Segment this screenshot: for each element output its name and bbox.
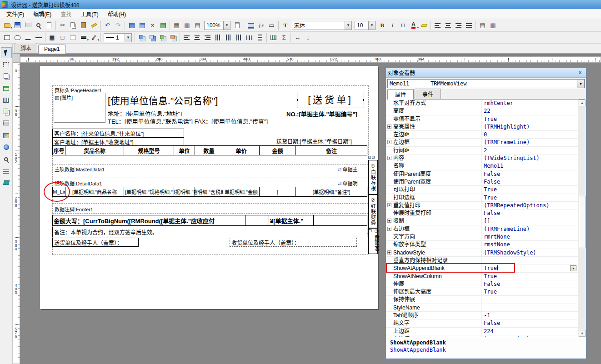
line-tool[interactable] xyxy=(1,165,12,176)
可以打印[interactable]: 可以打印 True ▼ xyxy=(386,186,586,194)
detail-link-label[interactable]: ⇄单据明 xyxy=(338,180,368,187)
expand-icon[interactable] xyxy=(387,125,391,129)
table-header-cell[interactable]: 规格型号 xyxy=(124,146,174,155)
copy-label[interactable]: ③黄联客户 xyxy=(368,228,378,254)
vertical-ruler[interactable]: 096192288384480576672 xyxy=(13,63,20,364)
line-width-select[interactable]: 1 ▼ xyxy=(104,33,132,42)
print-preview-button[interactable] xyxy=(33,20,44,30)
table-header-cell[interactable]: 金额 xyxy=(260,146,296,155)
font-color-button[interactable]: A xyxy=(408,20,419,30)
receiver-sign-memo[interactable]: 收货单位及经手人（盖章）： xyxy=(230,238,357,247)
align-bottoms-button[interactable] xyxy=(234,32,244,43)
ShowAtNewColumn[interactable]: ShowAtNewColumn True ▼ xyxy=(386,273,586,280)
align-tops-button[interactable] xyxy=(213,32,223,43)
detail-cell[interactable]: 量明细."含税单 xyxy=(195,187,223,196)
band-tool[interactable] xyxy=(1,71,12,82)
tab-page1[interactable]: Page1 xyxy=(38,45,66,54)
高度[interactable]: 高度 22 ▼ xyxy=(386,107,586,115)
band-label-masterdata[interactable]: 主项数据:MasterData1 xyxy=(54,165,105,173)
insert-field-button[interactable]: ▭ xyxy=(266,20,277,30)
chart-tool[interactable] xyxy=(1,95,12,105)
paint-tool[interactable] xyxy=(1,177,12,188)
零值不显示[interactable]: 零值不显示 True ▼ xyxy=(386,115,586,123)
menu-item[interactable]: 查找 xyxy=(56,9,76,19)
tab-script[interactable]: 脚本 xyxy=(15,43,37,53)
缩放字体类型[interactable]: 缩放字体类型 rmstNone ▼ xyxy=(386,241,586,249)
toolbar-button[interactable] xyxy=(429,20,432,30)
doc-title-memo[interactable]: [送货单] xyxy=(297,92,364,108)
format-brush-button[interactable] xyxy=(89,20,99,30)
image-tool[interactable] xyxy=(1,130,12,141)
menu-item[interactable]: 编辑(E) xyxy=(29,9,56,19)
italic-button[interactable]: I xyxy=(387,20,398,30)
文字方向[interactable]: 文字方向 rmrtNone ▼ xyxy=(386,233,586,241)
value-dropdown-icon[interactable]: ▼ xyxy=(570,265,576,271)
space-horizontally-button[interactable] xyxy=(244,32,255,43)
tab-properties[interactable]: 属性 xyxy=(387,89,414,100)
上边距[interactable]: 上边距 224 ▼ xyxy=(386,328,586,335)
underline-rect-tool-button[interactable] xyxy=(23,32,33,43)
font-name-select[interactable]: 宋体 ▼ xyxy=(292,21,352,30)
expression-button[interactable]: ƒx xyxy=(256,20,266,30)
tel-fax-memo[interactable]: TEL：[使用单位信息."联系电话"] FAX：[使用单位信息."传真"] xyxy=(108,117,285,124)
detail-row[interactable]: (M_Lin[单据明细."商品名称[单据明细."规格明细."单据明细."数量明细… xyxy=(52,187,367,197)
toolbar-button[interactable] xyxy=(133,32,136,43)
chart-button[interactable] xyxy=(268,32,279,43)
dbgrid-tool[interactable] xyxy=(1,106,12,117)
menu-item[interactable]: 工具(T) xyxy=(76,9,103,19)
打印边框[interactable]: 打印边框 True ▼ xyxy=(386,194,586,202)
使用Parent高度[interactable]: 使用Parent高度 False ▼ xyxy=(386,170,586,178)
customer-name-memo[interactable]: 客户名称：[往来单位信息."往来单位"] xyxy=(52,129,184,138)
纯文字[interactable]: 纯文字 False ▼ xyxy=(386,319,586,327)
scrollbar-thumb[interactable] xyxy=(579,196,586,248)
toolbar-button[interactable] xyxy=(44,32,47,43)
font-panel-button[interactable]: T xyxy=(280,20,290,30)
save-button[interactable] xyxy=(12,20,23,30)
table-header-row[interactable]: 序号货品名称规格型号单位数量单价金额备注 xyxy=(52,145,367,155)
toolbar-button[interactable] xyxy=(123,20,126,30)
toolbar-button[interactable] xyxy=(289,32,292,43)
space-vertically-button[interactable] xyxy=(255,32,265,43)
border-outer-button[interactable]: □ xyxy=(57,32,68,43)
伸展时重复打印[interactable]: 伸展时重复打印 False ▼ xyxy=(386,209,586,217)
toolbar-button[interactable] xyxy=(99,32,102,43)
chevron-down-icon[interactable]: ▼ xyxy=(125,34,131,42)
sum-button[interactable]: Σ xyxy=(279,32,289,43)
new-dialog-page-button[interactable] xyxy=(137,20,147,30)
使用Parent宽度[interactable]: 使用Parent宽度 False ▼ xyxy=(386,178,586,186)
限制[interactable]: 限制 [] ▼ xyxy=(386,217,586,225)
bold-button[interactable]: B xyxy=(377,20,387,30)
table-header-cell[interactable]: 单价 xyxy=(223,146,260,155)
frame-bottom-button[interactable]: ▥ xyxy=(488,20,498,30)
tab-events[interactable]: 事件 xyxy=(415,89,441,99)
高亮属性[interactable]: 高亮属性 (TRMHighlight) ▼ xyxy=(386,123,586,131)
伸展到最大高度[interactable]: 伸展到最大高度 True ▼ xyxy=(386,288,586,296)
水平对齐方式[interactable]: 水平对齐方式 rmhCenter ▼ xyxy=(386,100,586,107)
align-left-edges-button[interactable] xyxy=(181,32,192,43)
toolbar-button[interactable] xyxy=(178,32,181,43)
expand-icon[interactable] xyxy=(387,250,391,254)
zoom-select[interactable]: 100% ▼ xyxy=(204,21,230,30)
detail-cell[interactable]: [单据明细."商品名称 xyxy=(65,187,124,196)
preview-window-button[interactable] xyxy=(245,20,256,30)
undo-button[interactable]: ↶ xyxy=(102,20,113,30)
ShadowStyle[interactable]: ShadowStyle (TRMShadowStyle) ▼ xyxy=(386,249,586,257)
bring-to-front-button[interactable] xyxy=(136,32,147,43)
toolbar-button[interactable] xyxy=(265,32,268,43)
help-property-link[interactable]: ShowAtAppendBlank xyxy=(390,347,582,353)
doc-no-memo[interactable]: NO.:[单据主体."单据编号"] xyxy=(286,110,367,117)
expand-icon[interactable] xyxy=(387,156,391,160)
expand-icon[interactable] xyxy=(387,203,391,207)
toolbar-button[interactable] xyxy=(168,20,171,30)
保持伸展[interactable]: 保持伸展 ▼ xyxy=(386,296,586,304)
pointer-tool[interactable] xyxy=(1,47,12,58)
align-justify-button[interactable] xyxy=(464,20,474,30)
scroll-down-icon[interactable]: ▼ xyxy=(579,330,586,337)
band-label-pageheader[interactable]: 页标头:PageHeader1 xyxy=(54,86,103,94)
Tab键顺序[interactable]: Tab键顺序 -1 ▼ xyxy=(386,312,586,319)
align-middles-button[interactable] xyxy=(223,32,234,43)
chevron-down-icon[interactable]: ▼ xyxy=(345,21,351,30)
group-button[interactable] xyxy=(157,32,168,43)
amount-cell[interactable]: ¥[单据主体." xyxy=(269,215,314,225)
chevron-down-icon[interactable]: ▼ xyxy=(223,21,230,30)
